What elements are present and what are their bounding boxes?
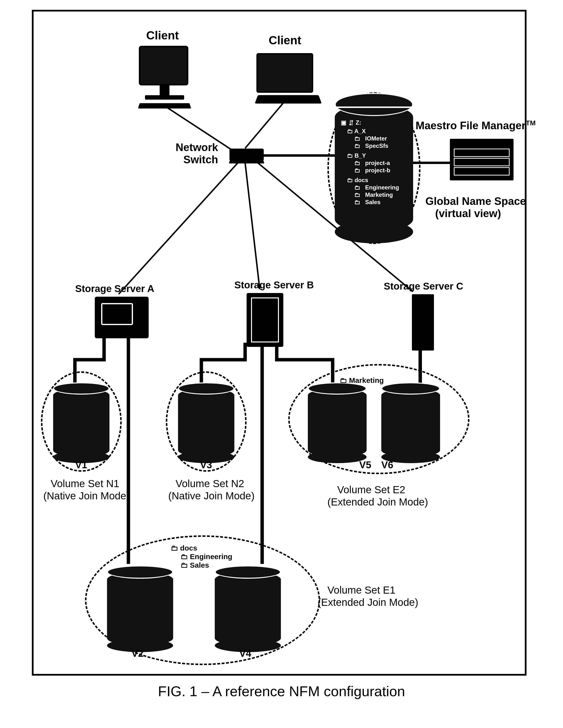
- client2-label: Client: [268, 34, 301, 47]
- v4-cylinder-icon: [215, 572, 281, 646]
- v4-label: V4: [239, 648, 251, 659]
- gns-label-line1: Global Name Space: [425, 195, 526, 207]
- figure-frame: Client Client Network Switch ▣ ⮃ Z: A_X …: [32, 10, 527, 676]
- server-b-icon: [246, 293, 284, 347]
- gns-tree-item: SpecSfs: [354, 142, 388, 149]
- e1-folder: Sales: [180, 561, 209, 569]
- gns-label-line2: (virtual view): [435, 207, 501, 220]
- client2-icon: [256, 53, 320, 106]
- figure-caption: FIG. 1 – A reference NFM configuration: [0, 683, 563, 699]
- gns-tree-root: ▣ ⮃ Z:: [341, 119, 361, 126]
- gns-tree-item: docs: [347, 177, 368, 184]
- v3-cylinder-icon: [178, 388, 234, 457]
- v2-cylinder-icon: [107, 572, 173, 646]
- client1-icon: [139, 46, 190, 110]
- network-switch-icon: [229, 149, 264, 161]
- v6-cylinder-icon: [381, 388, 440, 457]
- vs-n2-line1: Volume Set N2: [175, 478, 244, 490]
- v2-label: V2: [131, 648, 143, 659]
- gns-tree-item: B_Y: [347, 152, 366, 159]
- e2-folder: Marketing: [340, 376, 384, 385]
- gns-tree-item: project-a: [354, 160, 390, 166]
- svg-line-1: [245, 102, 284, 148]
- v5-cylinder-icon: [308, 388, 367, 457]
- vs-e2-line2: (Extended Join Mode): [328, 496, 428, 508]
- e1-folder: docs: [171, 544, 197, 552]
- page: Client Client Network Switch ▣ ⮃ Z: A_X …: [0, 0, 563, 728]
- server-a-icon: [95, 297, 149, 338]
- server-c-icon: [412, 294, 434, 351]
- client1-label: Client: [146, 29, 179, 42]
- v3-label: V3: [200, 459, 212, 470]
- vs-n1-line2: (Native Join Mode): [43, 490, 129, 502]
- network-switch-label: Network Switch: [175, 141, 218, 166]
- v6-label: V6: [381, 459, 393, 470]
- server-b-label: Storage Server B: [234, 280, 314, 291]
- vs-n1-line1: Volume Set N1: [51, 478, 119, 490]
- svg-line-4: [119, 163, 238, 294]
- v1-label: V1: [75, 459, 87, 470]
- gns-tree-item: Engineering: [354, 184, 399, 191]
- v5-label: V5: [359, 459, 371, 470]
- gns-tree-item: project-b: [354, 167, 390, 174]
- e1-folder: Engineering: [180, 552, 232, 561]
- vs-n2-line2: (Native Join Mode): [168, 490, 254, 502]
- vs-e2-line1: Volume Set E2: [337, 484, 405, 496]
- gns-tree-item: Marketing: [354, 191, 393, 198]
- vs-e1-line1: Volume Set E1: [328, 584, 396, 596]
- v1-cylinder-icon: [53, 388, 109, 457]
- gns-tree-item: Sales: [354, 199, 381, 206]
- mfm-rack-icon: [450, 139, 514, 180]
- server-a-label: Storage Server A: [75, 283, 154, 294]
- mfm-label: Maestro File ManagerTM: [416, 119, 536, 132]
- server-c-label: Storage Server C: [384, 281, 463, 292]
- gns-tree-item: A_X: [347, 128, 366, 135]
- gns-tree-item: IOMeter: [354, 135, 387, 142]
- vs-e1-line2: (Extended Join Mode): [318, 597, 418, 608]
- svg-line-5: [245, 163, 260, 289]
